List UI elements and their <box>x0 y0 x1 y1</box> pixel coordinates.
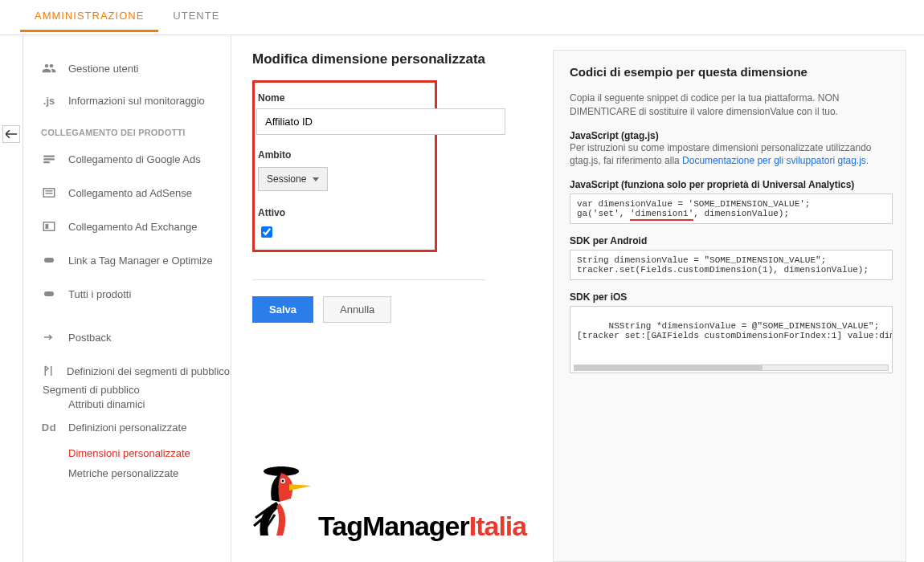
left-rail <box>0 35 22 562</box>
sidebar-sub-segments[interactable]: Segmenti di pubblico <box>31 383 231 397</box>
svg-rect-1 <box>43 158 55 160</box>
save-button[interactable]: Salva <box>252 296 313 323</box>
gtag-doc-link[interactable]: Documentazione per gli sviluppatori gtag… <box>682 155 866 166</box>
postback-icon <box>41 330 57 344</box>
svg-rect-2 <box>43 161 50 163</box>
name-label: Nome <box>258 92 425 104</box>
help-title: Codici di esempio per questa dimensione <box>570 65 893 79</box>
sidebar-item-users[interactable]: Gestione utenti <box>31 51 231 85</box>
sidebar-item-tracking[interactable]: .js Informazioni sul monitoraggio <box>31 85 231 116</box>
help-android-title: SDK per Android <box>570 235 893 246</box>
help-intro: Copia il seguente snippet di codice per … <box>570 92 893 119</box>
scope-value: Sessione <box>267 173 306 185</box>
name-input[interactable] <box>256 108 505 135</box>
link-icon <box>41 219 57 234</box>
sidebar-item-tagmanager[interactable]: Link a Tag Manager e Optimize <box>31 243 231 277</box>
code-ua[interactable]: var dimensionValue = 'SOME_DIMENSION_VAL… <box>570 193 893 224</box>
dd-icon: Dd <box>41 422 57 434</box>
horizontal-scrollbar[interactable] <box>574 364 889 371</box>
svg-rect-8 <box>44 258 54 263</box>
tab-admin[interactable]: AMMINISTRAZIONE <box>20 0 158 32</box>
chevron-down-icon <box>313 177 319 181</box>
help-gtag-title: JavaScript (gtag.js) <box>570 130 893 141</box>
sidebar-item-label: Tutti i prodotti <box>68 288 131 300</box>
help-gtag-text: Per istruzioni su come impostare dimensi… <box>570 141 893 169</box>
sidebar-item-label: Link a Tag Manager e Optimize <box>68 255 213 267</box>
woodpecker-logo-icon <box>241 462 313 542</box>
scope-select[interactable]: Sessione <box>258 167 328 191</box>
sidebar-item-google-ads[interactable]: Collegamento di Google Ads <box>31 142 231 176</box>
scope-label: Ambito <box>258 149 425 161</box>
active-checkbox[interactable] <box>261 226 272 238</box>
sidebar-sub-custom-metrics[interactable]: Metriche personalizzate <box>31 463 231 483</box>
sidebar-item-postback[interactable]: Postback <box>31 320 231 354</box>
sidebar-sub-dynamic[interactable]: Attributi dinamici <box>31 397 231 412</box>
tab-user[interactable]: UTENTE <box>158 0 234 30</box>
sidebar-item-label: Collegamento ad AdSense <box>68 187 192 199</box>
cancel-button[interactable]: Annulla <box>323 296 391 323</box>
active-label: Attivo <box>258 207 425 218</box>
link-icon <box>41 152 57 166</box>
sidebar-item-label: Collegamento di Google Ads <box>68 153 201 165</box>
actions-row: Salva Annulla <box>252 279 485 323</box>
link-icon <box>41 287 57 301</box>
svg-rect-6 <box>43 222 55 231</box>
audience-icon <box>41 364 55 378</box>
svg-rect-9 <box>44 291 54 296</box>
back-button[interactable] <box>2 125 20 143</box>
page-title: Modifica dimensione personalizzata <box>252 51 538 67</box>
sidebar-item-label: Gestione utenti <box>68 63 138 75</box>
sidebar-item-label: Definizioni dei segmenti di pubblico <box>67 365 230 377</box>
sidebar-item-label: Collegamento Ad Exchange <box>68 221 197 233</box>
code-android[interactable]: String dimensionValue = "SOME_DIMENSION_… <box>570 250 893 280</box>
sidebar-item-label: Postback <box>68 332 111 344</box>
users-icon <box>41 61 57 75</box>
link-icon <box>41 185 57 200</box>
link-icon <box>41 253 57 267</box>
highlight-box: Nome Ambito Sessione Attivo <box>252 80 437 252</box>
js-icon: .js <box>41 95 57 107</box>
branding: TagManagerItalia <box>241 462 526 542</box>
sidebar-sub-custom-dimensions[interactable]: Dimensioni personalizzate <box>31 443 231 463</box>
svg-marker-14 <box>289 484 312 491</box>
arrow-left-icon <box>6 130 17 138</box>
sidebar-item-adsense[interactable]: Collegamento ad AdSense <box>31 176 231 210</box>
svg-point-13 <box>282 480 284 483</box>
sidebar-item-allproducts[interactable]: Tutti i prodotti <box>31 277 231 311</box>
help-panel: Codici di esempio per questa dimensione … <box>553 50 906 562</box>
help-ua-title: JavaScript (funziona solo per proprietà … <box>570 179 893 190</box>
brand-text: TagManagerItalia <box>318 511 526 542</box>
sidebar-item-customdefs[interactable]: Dd Definizioni personalizzate <box>31 412 231 443</box>
svg-rect-11 <box>277 466 285 471</box>
sidebar-section-products: COLLEGAMENTO DEI PRODOTTI <box>31 116 231 142</box>
sidebar-item-label: Informazioni sul monitoraggio <box>68 95 205 107</box>
top-tab-row: AMMINISTRAZIONE UTENTE <box>0 0 924 35</box>
sidebar: Gestione utenti .js Informazioni sul mon… <box>22 35 231 562</box>
code-ios[interactable]: NSString *dimensionValue = @"SOME_DIMENS… <box>570 306 893 373</box>
sidebar-item-label: Definizioni personalizzate <box>68 422 186 434</box>
svg-rect-7 <box>46 224 49 229</box>
svg-rect-0 <box>43 156 55 157</box>
sidebar-item-adexchange[interactable]: Collegamento Ad Exchange <box>31 210 231 243</box>
help-ios-title: SDK per iOS <box>570 291 893 303</box>
